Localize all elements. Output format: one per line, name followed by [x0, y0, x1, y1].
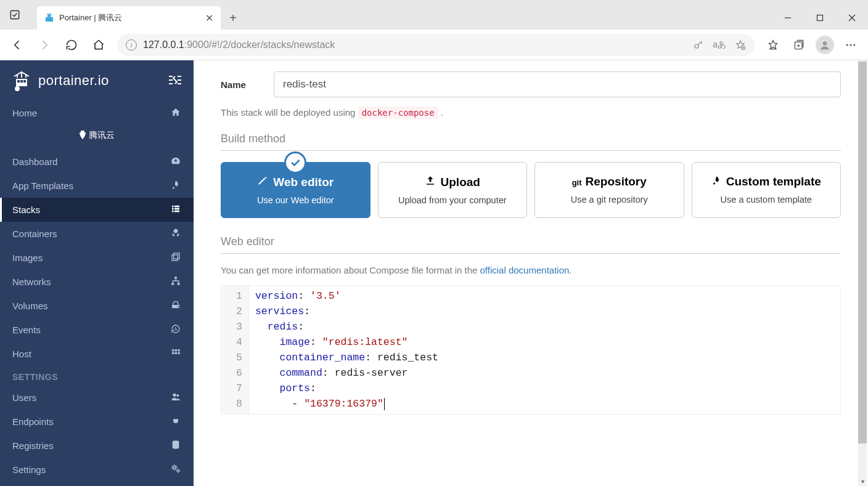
sidebar-item-host[interactable]: Host: [0, 342, 194, 366]
method-title: Repository: [586, 175, 647, 188]
svg-point-45: [173, 466, 176, 469]
window-minimize-button[interactable]: [772, 6, 804, 30]
editor-code[interactable]: version: '3.5'services: redis: image: "r…: [249, 286, 444, 414]
password-key-icon[interactable]: [693, 39, 704, 51]
tab-favicon-icon: [44, 13, 54, 23]
translate-icon[interactable]: aあ: [713, 39, 726, 51]
method-desc: Use our Web editor: [227, 195, 364, 205]
sidebar-item-label: Volumes: [12, 301, 48, 311]
name-input[interactable]: [274, 71, 841, 97]
method-desc: Use a git repository: [541, 195, 678, 205]
method-desc: Use a custom template: [698, 195, 835, 205]
new-tab-button[interactable]: +: [221, 6, 245, 30]
svg-point-13: [850, 44, 852, 46]
sidebar-item-home[interactable]: Home: [0, 101, 194, 125]
rocket-icon: [711, 175, 721, 188]
git-icon: git: [572, 175, 581, 188]
code-editor[interactable]: 12345678 version: '3.5'services: redis: …: [221, 285, 841, 415]
sidebar-item-containers[interactable]: Containers: [0, 222, 194, 246]
sidebar-item-networks[interactable]: Networks: [0, 270, 194, 294]
scrollbar-down-icon[interactable]: ▾: [858, 476, 867, 486]
sidebar-item-label: Home: [12, 108, 37, 118]
upload-icon: [425, 175, 436, 189]
svg-point-43: [176, 394, 179, 397]
doc-link[interactable]: official documentation: [480, 265, 570, 275]
sidebar-toggle-icon[interactable]: [169, 75, 181, 87]
window-maximize-button[interactable]: [804, 6, 836, 30]
addr-favorite-icon[interactable]: [735, 39, 746, 51]
build-method-repository[interactable]: git RepositoryUse a git repository: [534, 162, 684, 218]
back-button[interactable]: [5, 33, 30, 57]
sidebar-item-label: App Templates: [12, 180, 73, 191]
sidebar-item-images[interactable]: Images: [0, 246, 194, 270]
sidebar-item-dashboard[interactable]: Dashboard: [0, 150, 194, 174]
svg-rect-36: [172, 349, 174, 351]
sidebar-env: 腾讯云: [0, 125, 194, 150]
th-list-icon: [170, 204, 181, 216]
tab-actions-button[interactable]: [0, 0, 30, 30]
svg-rect-27: [172, 211, 174, 213]
editor-gutter: 12345678: [221, 286, 249, 414]
svg-rect-0: [10, 10, 18, 18]
sidebar-item-label: Events: [12, 325, 41, 335]
sitemap-icon: [170, 276, 181, 288]
tab-title: Portainer | 腾讯云: [59, 12, 200, 23]
sidebar-item-users[interactable]: Users: [0, 386, 194, 410]
refresh-button[interactable]: [59, 33, 84, 57]
sidebar-item-label: Images: [12, 253, 43, 263]
sidebar-item-endpoints[interactable]: Endpoints: [0, 410, 194, 434]
cubes-icon: [170, 228, 181, 240]
sidebar-item-registries[interactable]: Registries: [0, 434, 194, 458]
sidebar-item-stacks[interactable]: Stacks: [0, 198, 194, 222]
app-root: portainer.io Home 腾讯云 DashboardApp Templ…: [0, 60, 868, 486]
svg-rect-29: [174, 253, 179, 259]
svg-rect-41: [178, 352, 179, 354]
sidebar-item-label: Settings: [12, 464, 46, 475]
svg-rect-37: [175, 349, 177, 351]
build-method-upload[interactable]: UploadUpload from your computer: [378, 162, 528, 218]
home-button[interactable]: [86, 33, 111, 57]
svg-rect-32: [171, 283, 174, 285]
svg-rect-3: [47, 14, 52, 14]
svg-point-42: [173, 394, 176, 397]
profile-button[interactable]: [813, 33, 837, 57]
svg-rect-23: [172, 206, 174, 208]
name-row: Name: [221, 71, 841, 97]
section-web-editor: Web editor: [221, 235, 841, 254]
site-info-icon[interactable]: i: [126, 39, 137, 51]
sidebar-item-volumes[interactable]: Volumes: [0, 294, 194, 318]
collections-button[interactable]: [787, 33, 811, 57]
tab-close-icon[interactable]: ✕: [205, 12, 213, 24]
svg-rect-30: [172, 255, 178, 261]
sidebar-item-events[interactable]: Events: [0, 318, 194, 342]
build-method-custom-template[interactable]: Custom templateUse a custom template: [692, 162, 841, 218]
doc-hint: You can get more information about Compo…: [221, 265, 841, 275]
tachometer-icon: [170, 156, 181, 168]
scrollbar-thumb[interactable]: [858, 62, 867, 443]
svg-point-14: [853, 44, 855, 46]
th-icon: [170, 348, 181, 360]
sidebar-item-label: Host: [12, 349, 31, 359]
favorites-button[interactable]: [761, 33, 785, 57]
address-bar[interactable]: i 127.0.0.1:9000/#!/2/docker/stacks/news…: [117, 34, 755, 56]
name-label: Name: [221, 79, 274, 90]
svg-point-46: [177, 470, 179, 472]
users-icon: [170, 392, 181, 403]
build-method-web-editor[interactable]: Web editorUse our Web editor: [221, 162, 371, 218]
browser-titlebar: Portainer | 腾讯云 ✕ +: [0, 0, 868, 30]
sidebar-item-label: Endpoints: [12, 416, 54, 427]
sidebar-item-label: Stacks: [12, 205, 40, 215]
sidebar-item-app-templates[interactable]: App Templates: [0, 174, 194, 198]
window-close-button[interactable]: [836, 6, 868, 30]
menu-button[interactable]: [838, 33, 863, 57]
database-icon: [170, 440, 181, 452]
sidebar-footer: portainer.io 2.1.1: [0, 482, 194, 486]
svg-rect-26: [174, 208, 179, 210]
brand-text: portainer.io: [38, 73, 109, 89]
sidebar-item-label: Users: [12, 392, 36, 403]
svg-rect-24: [174, 206, 179, 208]
browser-tab-active[interactable]: Portainer | 腾讯云 ✕: [37, 6, 221, 30]
sidebar-item-settings[interactable]: Settings: [0, 458, 194, 482]
forward-button[interactable]: [32, 33, 57, 57]
build-method-row: Web editorUse our Web editor UploadUploa…: [221, 162, 841, 218]
